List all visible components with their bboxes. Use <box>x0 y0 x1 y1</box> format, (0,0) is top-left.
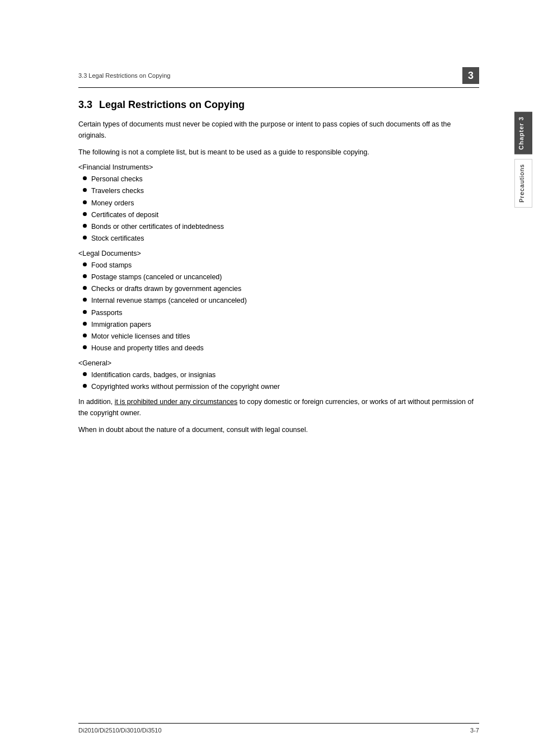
bullet-dot <box>83 310 87 314</box>
bullet-dot <box>83 236 87 240</box>
list-item-text: Money orders <box>91 198 134 209</box>
list-item-text: Food stamps <box>91 260 132 271</box>
notice-underline: it is prohibited under any circumstances <box>115 398 238 406</box>
list-item: Food stamps <box>83 260 479 271</box>
list-item-text: Stock certificates <box>91 233 144 245</box>
list-item: Bonds or other certificates of indebtedn… <box>83 221 479 233</box>
footer: Di2010/Di2510/Di3010/Di3510 3-7 <box>78 723 479 734</box>
sidebar-tab-precautions: Precautions <box>514 159 532 208</box>
list-item-text: Identification cards, badges, or insigni… <box>91 369 216 381</box>
bullet-dot <box>83 262 87 266</box>
chapter-number-box: 3 <box>462 67 479 84</box>
list-item-text: Personal checks <box>91 173 143 185</box>
bullet-dot <box>83 200 87 204</box>
section-number: 3.3 <box>78 99 92 110</box>
list-item: Immigration papers <box>83 319 479 331</box>
notice-paragraph: In addition, it is prohibited under any … <box>78 396 479 419</box>
list-item: Certificates of deposit <box>83 209 479 221</box>
bullet-dot <box>83 322 87 326</box>
section-title-text: Legal Restrictions on Copying <box>99 99 245 110</box>
list-item: Passports <box>83 307 479 319</box>
bullet-dot <box>83 384 87 388</box>
bullet-dot <box>83 224 87 228</box>
list-item: Checks or drafts drawn by government age… <box>83 283 479 295</box>
list-item-text: Bonds or other certificates of indebtedn… <box>91 221 224 233</box>
list-item-text: Checks or drafts drawn by government age… <box>91 283 241 295</box>
paragraph-2: The following is not a complete list, bu… <box>78 147 479 158</box>
bullet-dot <box>83 188 87 192</box>
legal-label: <Legal Documents> <box>78 250 479 257</box>
paragraph-1: Certain types of documents must never be… <box>78 119 479 141</box>
list-item-text: Passports <box>91 307 123 319</box>
notice-prefix: In addition, <box>78 398 115 406</box>
general-label: <General> <box>78 359 479 367</box>
bullet-dot <box>83 274 87 278</box>
list-item-text: Certificates of deposit <box>91 209 158 221</box>
bullet-dot <box>83 372 87 376</box>
bullet-dot <box>83 176 87 180</box>
list-item: Internal revenue stamps (canceled or unc… <box>83 295 479 307</box>
general-list: Identification cards, badges, or insigni… <box>78 369 479 393</box>
list-item: Copyrighted works without permission of … <box>83 381 479 393</box>
footer-page: 3-7 <box>470 727 479 734</box>
list-item: Postage stamps (canceled or uncanceled) <box>83 271 479 283</box>
list-item: Travelers checks <box>83 185 479 197</box>
breadcrumb: 3.3 Legal Restrictions on Copying <box>78 72 462 79</box>
header-line: 3.3 Legal Restrictions on Copying 3 <box>78 67 479 88</box>
list-item: Motor vehicle licenses and titles <box>83 331 479 342</box>
bullet-dot <box>83 286 87 290</box>
bullet-dot <box>83 345 87 349</box>
list-item: Stock certificates <box>83 233 479 245</box>
sidebar-tab-chapter: Chapter 3 <box>514 112 532 154</box>
list-item-text: House and property titles and deeds <box>91 342 204 354</box>
bullet-dot <box>83 334 87 337</box>
list-item-text: Internal revenue stamps (canceled or unc… <box>91 295 247 307</box>
footer-model: Di2010/Di2510/Di3010/Di3510 <box>78 727 162 734</box>
list-item-text: Postage stamps (canceled or uncanceled) <box>91 271 222 283</box>
financial-list: Personal checks Travelers checks Money o… <box>78 173 479 245</box>
list-item-text: Immigration papers <box>91 319 151 331</box>
legal-list: Food stamps Postage stamps (canceled or … <box>78 260 479 355</box>
list-item-text: Copyrighted works without permission of … <box>91 381 280 393</box>
list-item: Personal checks <box>83 173 479 185</box>
closing-paragraph: When in doubt about the nature of a docu… <box>78 424 479 435</box>
right-sidebar: Chapter 3 Precautions <box>513 0 534 756</box>
list-item-text: Motor vehicle licenses and titles <box>91 331 190 342</box>
bullet-dot <box>83 298 87 302</box>
section-title: 3.3Legal Restrictions on Copying <box>78 99 479 111</box>
bullet-dot <box>83 212 87 216</box>
list-item: Money orders <box>83 198 479 209</box>
list-item: Identification cards, badges, or insigni… <box>83 369 479 381</box>
list-item-text: Travelers checks <box>91 185 144 197</box>
list-item: House and property titles and deeds <box>83 342 479 354</box>
financial-label: <Financial Instruments> <box>78 163 479 171</box>
